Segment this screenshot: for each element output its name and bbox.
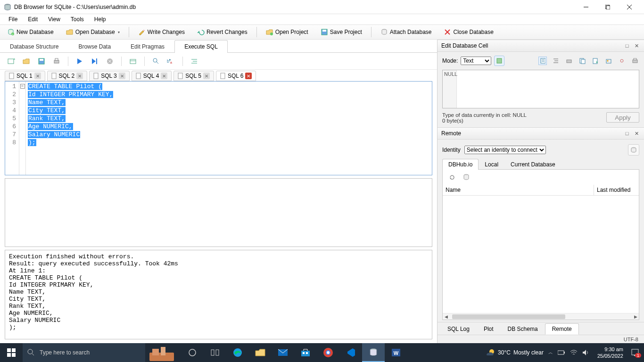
- close-tab-icon[interactable]: ✕: [119, 73, 125, 79]
- minimize-button[interactable]: [575, 0, 597, 14]
- close-tab-icon[interactable]: ✕: [203, 73, 210, 79]
- bottom-tab-plot[interactable]: Plot: [477, 323, 501, 335]
- print-cell-icon[interactable]: [565, 57, 573, 65]
- tab-database-structure[interactable]: Database Structure: [0, 40, 68, 53]
- mode-select[interactable]: Text: [461, 57, 491, 65]
- start-button[interactable]: [0, 343, 23, 362]
- run-line-icon[interactable]: [90, 57, 99, 66]
- weather-widget[interactable]: 30°C Mostly clear: [486, 348, 544, 357]
- undock-icon[interactable]: □: [623, 42, 631, 49]
- undock-icon[interactable]: □: [623, 130, 631, 137]
- col-name[interactable]: Name: [443, 185, 594, 195]
- col-last-modified[interactable]: Last modified: [594, 185, 639, 195]
- upload-db-icon[interactable]: [462, 173, 470, 181]
- tray-wifi-icon[interactable]: [570, 349, 578, 356]
- indent-icon[interactable]: [190, 57, 199, 66]
- stop-icon[interactable]: [105, 57, 115, 66]
- close-tab-icon[interactable]: ✕: [161, 73, 167, 79]
- sql-tab-3[interactable]: SQL 3✕: [89, 71, 130, 81]
- remote-tab-dbhub[interactable]: DBHub.io: [442, 159, 479, 170]
- print-icon[interactable]: [52, 57, 61, 66]
- identity-settings-icon[interactable]: [628, 144, 639, 156]
- remote-tab-local[interactable]: Local: [479, 159, 504, 170]
- bottom-tab-remote[interactable]: Remote: [545, 323, 579, 335]
- maximize-button[interactable]: [597, 0, 619, 14]
- close-database-button[interactable]: Close Database: [439, 26, 497, 38]
- sql-editor[interactable]: 12345678 − CREATE TABLE Pilot ( Id INTEG…: [5, 81, 432, 175]
- find-icon[interactable]: [151, 57, 161, 66]
- new-tab-icon[interactable]: +: [7, 57, 16, 66]
- revert-changes-button[interactable]: Revert Changes: [193, 26, 252, 38]
- text-view-icon[interactable]: [538, 57, 547, 65]
- task-view-icon[interactable]: [181, 343, 204, 362]
- tray-clock[interactable]: 9:30 am 25/05/2022: [594, 346, 626, 359]
- tab-browse-data[interactable]: Browse Data: [68, 40, 121, 53]
- bottom-tab-db-schema[interactable]: DB Schema: [501, 323, 545, 335]
- menu-help[interactable]: Help: [90, 15, 111, 24]
- chrome-icon[interactable]: [317, 343, 339, 362]
- close-tab-icon[interactable]: ✕: [245, 73, 252, 79]
- close-tab-icon[interactable]: ✕: [34, 73, 41, 79]
- sql-tab-4[interactable]: SQL 4✕: [132, 71, 172, 81]
- tray-chevron-icon[interactable]: ︿: [548, 349, 553, 356]
- sql-tab-2[interactable]: SQL 2✕: [47, 71, 88, 81]
- close-panel-icon[interactable]: ✕: [633, 42, 640, 49]
- save-results-icon[interactable]: [128, 57, 138, 66]
- search-icon: [27, 349, 35, 356]
- word-icon[interactable]: W: [385, 343, 407, 362]
- sql-tab-5[interactable]: SQL 5✕: [173, 71, 214, 81]
- tray-battery-icon[interactable]: [558, 350, 565, 355]
- menu-view[interactable]: View: [43, 15, 65, 24]
- save-sql-icon[interactable]: [37, 57, 46, 66]
- tab-edit-pragmas[interactable]: Edit Pragmas: [121, 40, 174, 53]
- open-sql-icon[interactable]: [22, 57, 31, 66]
- menu-tools[interactable]: Tools: [66, 15, 89, 24]
- apply-button[interactable]: Apply: [606, 112, 639, 123]
- mail-icon[interactable]: [272, 343, 294, 362]
- code-area[interactable]: CREATE TABLE Pilot ( Id INTEGER PRIMARY …: [26, 82, 432, 175]
- open-database-button[interactable]: Open Database ▾: [62, 26, 124, 38]
- close-panel-icon[interactable]: ✕: [633, 130, 640, 137]
- save-project-button[interactable]: Save Project: [316, 26, 366, 38]
- new-database-button[interactable]: + New Database: [3, 26, 58, 38]
- menu-file[interactable]: File: [4, 15, 22, 24]
- close-button[interactable]: [619, 0, 640, 14]
- identity-select[interactable]: Select an identity to connect: [464, 146, 546, 154]
- bottom-tab-sql-log[interactable]: SQL Log: [440, 323, 477, 335]
- run-icon[interactable]: [75, 57, 84, 66]
- open-project-button[interactable]: Open Project: [262, 26, 313, 38]
- remote-tab-current[interactable]: Current Database: [504, 159, 561, 170]
- horizontal-scrollbar[interactable]: ◀▶: [443, 313, 639, 320]
- null-cell-icon[interactable]: [618, 57, 626, 65]
- cortana-icon[interactable]: [204, 343, 226, 362]
- close-tab-icon[interactable]: ✕: [76, 73, 83, 79]
- file-explorer-icon[interactable]: [249, 343, 272, 362]
- refresh-icon[interactable]: [448, 173, 456, 181]
- tray-volume-icon[interactable]: [582, 349, 590, 356]
- sql-tab-6[interactable]: SQL 6✕: [216, 71, 256, 81]
- print-icon[interactable]: [631, 57, 639, 65]
- cell-editor[interactable]: NULL: [442, 70, 639, 108]
- copy-cell-icon[interactable]: [578, 57, 586, 65]
- notifications-icon[interactable]: 1: [631, 348, 639, 357]
- vscode-icon[interactable]: [339, 343, 362, 362]
- svg-rect-11: [322, 30, 326, 32]
- taskbar-search[interactable]: Type here to search: [23, 343, 145, 362]
- write-changes-button[interactable]: Write Changes: [134, 26, 189, 38]
- db-browser-icon[interactable]: [362, 343, 385, 362]
- attach-database-button[interactable]: Attach Database: [376, 26, 436, 38]
- tab-execute-sql[interactable]: Execute SQL: [174, 40, 228, 53]
- edge-icon[interactable]: [226, 343, 249, 362]
- menu-edit[interactable]: Edit: [23, 15, 42, 24]
- find-replace-icon[interactable]: ba: [166, 57, 176, 66]
- output-pane[interactable]: Execution finished without errors. Resul…: [5, 250, 432, 339]
- indent-icon[interactable]: [552, 57, 560, 65]
- taskbar-news-icon[interactable]: [145, 343, 178, 362]
- sql-tab-1[interactable]: SQL 1✕: [5, 71, 45, 81]
- import-cell-icon[interactable]: [604, 57, 613, 65]
- cell-content[interactable]: [457, 70, 639, 108]
- export-cell-icon[interactable]: [591, 57, 600, 65]
- auto-format-icon[interactable]: [494, 56, 504, 66]
- fold-toggle-icon[interactable]: −: [20, 84, 25, 89]
- store-icon[interactable]: [294, 343, 317, 362]
